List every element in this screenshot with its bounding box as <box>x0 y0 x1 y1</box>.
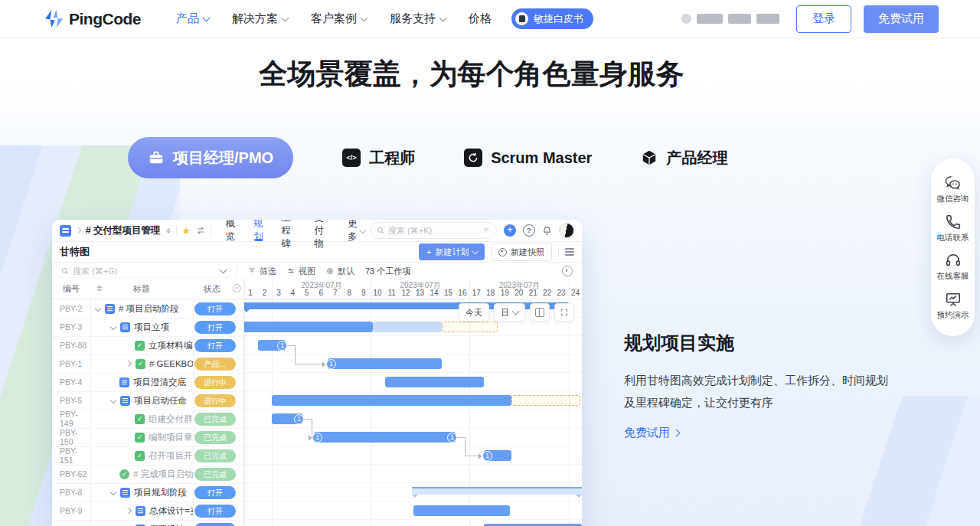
table-row[interactable]: PBY-62✓# 完成项目启动阶段...已完成 <box>52 465 243 484</box>
check-green: ✓ <box>135 414 145 424</box>
table-row[interactable]: PBY-9总体设计=实施方案（...打开 <box>52 501 243 521</box>
switch-project-icon[interactable] <box>166 226 171 236</box>
gantt-summary-bar-light[interactable] <box>412 487 582 495</box>
caret-right-icon[interactable] <box>126 508 132 514</box>
app-tab[interactable]: 规划 <box>253 220 264 241</box>
check-green: ✓ <box>135 341 145 351</box>
table-row[interactable]: PBY-149✓组建交付群和工作台已完成 <box>52 410 243 429</box>
bell-icon[interactable] <box>542 226 552 236</box>
nav-item[interactable]: 客户案例 <box>311 11 367 26</box>
app-tab[interactable]: 更多 <box>348 220 364 241</box>
pingcode-logo[interactable]: PingCode <box>44 9 141 28</box>
favorite-star-icon[interactable]: ★ <box>181 226 191 236</box>
help-icon[interactable]: ? <box>523 224 535 237</box>
gantt-bar[interactable] <box>314 432 456 443</box>
timeline-day: 22 <box>541 289 554 297</box>
global-search-input[interactable]: 搜索 (⌘+K) <box>370 222 497 239</box>
table-row[interactable]: PBY-5项目启动任命进行中 <box>52 391 243 410</box>
whitepaper-button[interactable]: 敏捷白皮书 <box>511 8 593 29</box>
table-row[interactable]: PBY-4项目澄清交底进行中 <box>52 373 243 392</box>
gantt-bar[interactable] <box>328 358 442 369</box>
role-tab[interactable]: 产品经理 <box>641 148 727 168</box>
nav-item[interactable]: 产品 <box>176 11 209 26</box>
split-icon <box>535 308 544 317</box>
row-id: PBY-62 <box>52 469 90 479</box>
view-label: 视图 <box>299 266 315 277</box>
wechat-icon <box>944 174 962 191</box>
status-badge: 产品... <box>194 358 236 371</box>
app-tab[interactable]: 概览 <box>226 220 237 241</box>
week-gridline <box>371 279 371 299</box>
split-view-button[interactable] <box>530 303 550 322</box>
table-row[interactable]: PBY-1✓# GEEKBOOKS 极...产品... <box>52 354 243 374</box>
free-trial-button[interactable]: 免费试用 <box>864 5 939 33</box>
status-badge: 已完成 <box>194 413 236 426</box>
preset-button[interactable]: 默认 <box>326 266 354 277</box>
gantt-bar[interactable] <box>413 505 510 516</box>
contact-item[interactable]: 电话联系 <box>937 214 969 243</box>
work-item-count: 73 个工作项 <box>365 266 410 277</box>
new-snapshot-button[interactable]: 新建快照 <box>491 243 552 261</box>
table-row[interactable]: PBY-151✓召开项目开工会已完成 <box>52 446 243 466</box>
filter-button[interactable]: 筛选 <box>248 266 276 277</box>
nav-item[interactable]: 服务支持 <box>390 11 446 26</box>
list-view-icon[interactable] <box>565 248 574 256</box>
tips-icon[interactable] <box>562 266 573 276</box>
scale-select[interactable]: 日 <box>494 303 525 322</box>
table-row[interactable]: PBY-2# 项目启动阶段打开 <box>52 299 243 319</box>
contact-item[interactable]: 预约演示 <box>937 291 969 321</box>
sort-icon[interactable] <box>96 283 103 293</box>
table-row[interactable]: PBY-8项目规划阶段打开 <box>52 483 243 502</box>
status-badge: 打开 <box>194 321 236 334</box>
column-settings-icon[interactable] <box>233 284 241 292</box>
gantt-bar[interactable] <box>272 395 511 406</box>
login-button[interactable]: 登录 <box>796 5 851 33</box>
compare-icon[interactable] <box>196 226 205 235</box>
today-button[interactable]: 今天 <box>459 303 489 322</box>
caret-down-icon[interactable] <box>110 397 116 403</box>
column-status[interactable]: 状态 <box>193 283 231 295</box>
dependency-badge: 1 <box>447 433 457 443</box>
table-row[interactable]: PBY-150✓编制项目章程已完成 <box>52 428 243 447</box>
breadcrumb[interactable]: # 交付型项目管理 <box>86 224 161 237</box>
plus-icon: + <box>426 247 431 256</box>
view-settings-button[interactable]: 视图 <box>287 266 315 277</box>
caret-down-icon[interactable] <box>110 489 116 495</box>
table-row[interactable]: PBY-88✓立项材料编辑打开 <box>52 336 243 355</box>
create-button[interactable]: + <box>504 224 516 237</box>
role-tab[interactable]: 项目经理/PMO <box>128 137 293 178</box>
page-title: 全场景覆盖，为每个角色量身服务 <box>0 55 943 93</box>
dependency-badge: 1 <box>277 341 287 351</box>
column-title[interactable]: 标题 <box>90 283 193 295</box>
fullscreen-button[interactable] <box>554 303 574 322</box>
gantt-search-input[interactable]: 搜索 (⌘+G) <box>61 266 226 277</box>
task-blue <box>105 304 115 314</box>
role-tab[interactable]: </>工程师 <box>342 148 415 168</box>
nav-item[interactable]: 解决方案 <box>232 11 288 26</box>
row-gridline <box>243 446 582 446</box>
avatar[interactable] <box>559 223 574 238</box>
table-row[interactable]: PBY-10概要设计（分）打开 <box>52 520 243 526</box>
app-tab[interactable]: 里程碑 <box>281 220 297 241</box>
contact-item[interactable]: 微信咨询 <box>937 174 969 204</box>
chevron-down-icon <box>472 248 478 254</box>
nav-item-label: 解决方案 <box>232 11 278 26</box>
app-tab-label: 交付物 <box>315 220 331 250</box>
role-tab[interactable]: Scrum Master <box>464 149 592 167</box>
caret-down-icon[interactable] <box>110 324 116 330</box>
row-title-cell: ✓# 完成项目启动阶段... <box>90 469 193 480</box>
caret-right-icon[interactable] <box>126 361 132 367</box>
caret-down-icon[interactable] <box>95 305 101 312</box>
new-plan-button[interactable]: + 新建计划 <box>419 243 485 260</box>
row-id: PBY-2 <box>52 304 90 313</box>
row-id: PBY-88 <box>52 341 90 350</box>
gantt-bar[interactable] <box>385 377 484 387</box>
contact-item[interactable]: 在线客服 <box>937 252 969 282</box>
feature-trial-link[interactable]: 免费试用 <box>624 426 907 440</box>
gantt-bar[interactable] <box>243 322 373 332</box>
timeline-day: 6 <box>314 289 328 297</box>
app-tab[interactable]: 交付物 <box>315 220 331 241</box>
table-row[interactable]: PBY-3项目立项打开 <box>52 318 243 337</box>
column-id[interactable]: 编号 <box>52 283 90 295</box>
nav-item[interactable]: 价格 <box>469 11 492 26</box>
